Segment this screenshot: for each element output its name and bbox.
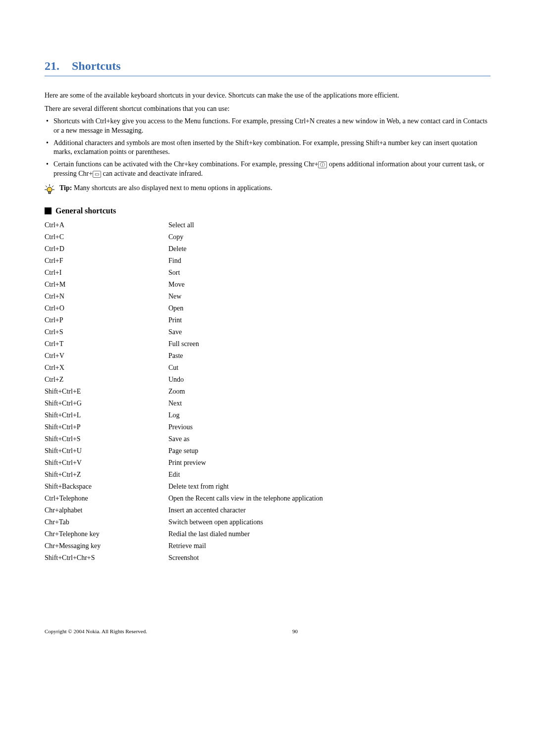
table-row: Shift+Ctrl+Chr+SScreenshot — [45, 552, 490, 564]
table-row: Ctrl+ASelect all — [45, 219, 490, 231]
section-marker-icon — [45, 207, 52, 214]
shortcut-action: Screenshot — [168, 552, 490, 564]
chapter-title: Shortcuts — [72, 59, 121, 73]
shortcut-action: Sort — [168, 267, 490, 279]
shortcut-action: Save as — [168, 433, 490, 445]
shortcut-key: Shift+Ctrl+Chr+S — [45, 552, 168, 564]
shortcut-key: Ctrl+O — [45, 302, 168, 314]
svg-rect-6 — [49, 192, 51, 194]
table-row: Shift+Ctrl+LLog — [45, 409, 490, 421]
table-row: Ctrl+XCut — [45, 362, 490, 374]
shortcut-key: Ctrl+V — [45, 350, 168, 362]
bullet3-before: Certain functions can be activated with … — [54, 160, 318, 168]
table-row: Ctrl+PPrint — [45, 314, 490, 326]
shortcut-key: Ctrl+N — [45, 291, 168, 302]
table-row: Ctrl+MMove — [45, 279, 490, 291]
shortcut-key: Shift+Ctrl+U — [45, 445, 168, 457]
shortcut-key: Ctrl+A — [45, 219, 168, 231]
bullet3-after: can activate and deactivate infrared. — [101, 170, 203, 177]
footer-page-number: 90 — [292, 628, 298, 634]
shortcut-key: Shift+Ctrl+S — [45, 433, 168, 445]
table-row: Chr+TabSwitch between open applications — [45, 516, 490, 528]
shortcut-action: Delete text from right — [168, 481, 490, 493]
shortcut-key: Ctrl+F — [45, 255, 168, 267]
table-row: Ctrl+ISort — [45, 267, 490, 279]
table-row: Ctrl+TelephoneOpen the Recent calls view… — [45, 493, 490, 504]
table-row: Shift+Ctrl+EZoom — [45, 386, 490, 398]
table-row: Shift+Ctrl+VPrint preview — [45, 457, 490, 469]
shortcut-action: Save — [168, 326, 490, 338]
shortcut-key: Shift+Ctrl+V — [45, 457, 168, 469]
sub-intro-paragraph: There are several different shortcut com… — [45, 104, 490, 114]
shortcut-key: Chr+alphabet — [45, 504, 168, 516]
table-row: Chr+Telephone keyRedial the last dialed … — [45, 528, 490, 540]
table-row: Shift+Ctrl+SSave as — [45, 433, 490, 445]
shortcut-key: Ctrl+S — [45, 326, 168, 338]
infrared-icon: ▭ — [93, 171, 101, 178]
shortcut-action: Paste — [168, 350, 490, 362]
table-row: Ctrl+OOpen — [45, 302, 490, 314]
bullet-item: Shortcuts with Ctrl+key give you access … — [45, 117, 490, 136]
table-row: Shift+Ctrl+PPrevious — [45, 421, 490, 433]
info-icon: ⓘ — [318, 161, 327, 168]
shortcut-action: Edit — [168, 469, 490, 481]
table-row: Shift+Ctrl+UPage setup — [45, 445, 490, 457]
shortcut-action: Open the Recent calls view in the teleph… — [168, 493, 490, 504]
shortcut-action: New — [168, 291, 490, 302]
table-row: Ctrl+ZUndo — [45, 374, 490, 386]
table-row: Shift+Ctrl+GNext — [45, 398, 490, 409]
tip-row: Tip: Many shortcuts are also displayed n… — [45, 184, 490, 197]
shortcut-action: Open — [168, 302, 490, 314]
shortcut-action: Zoom — [168, 386, 490, 398]
shortcut-action: Next — [168, 398, 490, 409]
shortcut-action: Switch between open applications — [168, 516, 490, 528]
shortcut-action: Find — [168, 255, 490, 267]
section-header: General shortcuts — [45, 206, 490, 215]
tip-label: Tip: — [59, 184, 74, 192]
svg-line-1 — [46, 186, 47, 187]
shortcut-action: Retrieve mail — [168, 540, 490, 552]
shortcut-action: Print preview — [168, 457, 490, 469]
table-row: Ctrl+TFull screen — [45, 338, 490, 350]
shortcut-key: Ctrl+P — [45, 314, 168, 326]
bullet-item: Additional characters and symbols are mo… — [45, 139, 490, 157]
tip-icon — [45, 184, 59, 197]
intro-paragraph: Here are some of the available keyboard … — [45, 91, 490, 101]
shortcut-key: Shift+Backspace — [45, 481, 168, 493]
shortcut-key: Shift+Ctrl+L — [45, 409, 168, 421]
shortcut-key: Chr+Tab — [45, 516, 168, 528]
shortcut-key: Ctrl+T — [45, 338, 168, 350]
table-row: Chr+alphabetInsert an accented character — [45, 504, 490, 516]
shortcut-key: Shift+Ctrl+Z — [45, 469, 168, 481]
shortcuts-table: Ctrl+ASelect allCtrl+CCopyCtrl+DDeleteCt… — [45, 219, 490, 564]
tip-text: Tip: Many shortcuts are also displayed n… — [59, 184, 272, 193]
shortcut-key: Chr+Messaging key — [45, 540, 168, 552]
table-row: Ctrl+VPaste — [45, 350, 490, 362]
shortcut-action: Copy — [168, 231, 490, 243]
shortcut-action: Full screen — [168, 338, 490, 350]
shortcut-key: Ctrl+D — [45, 243, 168, 255]
section-title: General shortcuts — [55, 206, 116, 215]
shortcut-key: Ctrl+M — [45, 279, 168, 291]
table-row: Shift+Ctrl+ZEdit — [45, 469, 490, 481]
shortcut-action: Redial the last dialed number — [168, 528, 490, 540]
bullet-item: Certain functions can be activated with … — [45, 160, 490, 179]
shortcut-key: Shift+Ctrl+E — [45, 386, 168, 398]
tip-body: Many shortcuts are also displayed next t… — [74, 184, 272, 192]
shortcut-key: Ctrl+Telephone — [45, 493, 168, 504]
table-row: Ctrl+DDelete — [45, 243, 490, 255]
shortcut-key: Shift+Ctrl+P — [45, 421, 168, 433]
shortcut-key: Ctrl+I — [45, 267, 168, 279]
table-row: Ctrl+FFind — [45, 255, 490, 267]
shortcut-action: Previous — [168, 421, 490, 433]
chapter-number: 21. — [45, 59, 72, 73]
table-row: Ctrl+NNew — [45, 291, 490, 302]
shortcut-key: Ctrl+X — [45, 362, 168, 374]
table-row: Ctrl+CCopy — [45, 231, 490, 243]
table-row: Ctrl+SSave — [45, 326, 490, 338]
shortcut-action: Select all — [168, 219, 490, 231]
shortcut-action: Print — [168, 314, 490, 326]
footer: Copyright © 2004 Nokia. All Rights Reser… — [45, 628, 490, 634]
shortcut-key: Chr+Telephone key — [45, 528, 168, 540]
shortcut-action: Cut — [168, 362, 490, 374]
